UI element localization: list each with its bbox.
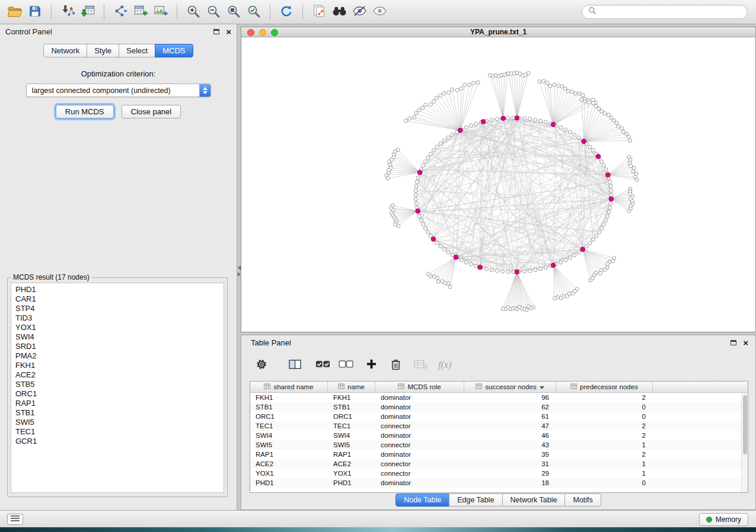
column-header-name[interactable]: name: [328, 382, 375, 392]
first-neighbors-button[interactable]: [329, 3, 349, 21]
cell-role: dominator: [375, 402, 464, 412]
network-window-titlebar[interactable]: YPA_prune.txt_1: [241, 27, 755, 37]
mcds-result-item[interactable]: YOX1: [15, 323, 224, 332]
zoom-out-button[interactable]: [203, 3, 224, 21]
import-network-icon: [60, 4, 75, 20]
export-image-icon: [154, 4, 168, 20]
table-tab-motifs[interactable]: Motifs: [564, 493, 601, 507]
tab-style[interactable]: Style: [87, 44, 119, 57]
add-column-button[interactable]: [364, 357, 379, 373]
zoom-in-icon: [186, 4, 200, 20]
column-header-role[interactable]: MCDS role: [375, 382, 464, 392]
mcds-result-item[interactable]: GCR1: [15, 437, 224, 446]
float-panel-icon[interactable]: [213, 29, 219, 34]
cell-role: dominator: [375, 478, 464, 488]
mcds-result-item[interactable]: SWI4: [15, 332, 224, 342]
export-image-button[interactable]: [151, 3, 171, 21]
close-mcds-panel-button[interactable]: Close panel: [122, 105, 181, 118]
column-grid-icon: [338, 383, 344, 390]
table-row[interactable]: SWI5SWI5connector431: [250, 440, 741, 450]
mcds-result-item[interactable]: CAR1: [15, 294, 224, 304]
table-row[interactable]: YOX1YOX1connector291: [250, 469, 741, 478]
table-row[interactable]: ORC1ORC1dominator610: [250, 412, 741, 421]
column-header-successors[interactable]: successor nodes: [464, 382, 556, 392]
memory-button[interactable]: Memory: [699, 513, 748, 526]
collapse-left-icon: [238, 265, 241, 270]
zoom-fit-button[interactable]: [224, 3, 244, 21]
column-header-label: shared name: [273, 383, 313, 390]
mcds-result-item[interactable]: STP4: [15, 304, 224, 313]
window-minimize-icon[interactable]: [259, 29, 266, 36]
tab-mcds[interactable]: MCDS: [155, 44, 193, 57]
clone-document-icon: [312, 4, 326, 20]
toolbar-separator: [302, 4, 303, 20]
table-row[interactable]: ACE2ACE2connector311: [250, 459, 741, 469]
table-settings-button[interactable]: [253, 356, 270, 374]
mcds-result-item[interactable]: SRD1: [15, 342, 224, 351]
import-table-button[interactable]: [78, 3, 98, 21]
search-input[interactable]: [600, 7, 741, 17]
close-table-panel-icon[interactable]: ×: [743, 338, 748, 347]
float-table-panel-icon[interactable]: [731, 340, 736, 345]
cell-name: ACE2: [328, 459, 375, 469]
tab-select[interactable]: Select: [119, 44, 155, 57]
close-panel-icon[interactable]: ×: [226, 27, 231, 36]
mcds-result-item[interactable]: TEC1: [15, 427, 224, 437]
select-all-button[interactable]: [313, 357, 333, 373]
window-close-icon[interactable]: [247, 29, 254, 36]
clone-network-button[interactable]: [309, 3, 329, 21]
table-tab-edge-table[interactable]: Edge Table: [449, 493, 502, 507]
mcds-result-item[interactable]: TID3: [15, 313, 224, 323]
cell-predecessors: 1: [556, 459, 653, 469]
show-all-button[interactable]: [369, 3, 390, 21]
mcds-result-item[interactable]: FKH1: [15, 361, 224, 370]
column-header-label: predecessor nodes: [580, 383, 638, 390]
cell-shared_name: RAP1: [250, 450, 328, 459]
table-row[interactable]: STB1STB1dominator620: [250, 402, 741, 412]
window-zoom-icon[interactable]: [271, 29, 278, 36]
delete-column-button[interactable]: [388, 356, 403, 374]
export-network-button[interactable]: [110, 3, 130, 21]
tab-network[interactable]: Network: [43, 44, 87, 57]
hide-selected-button[interactable]: [349, 3, 369, 21]
cell-predecessors: 2: [556, 450, 653, 459]
save-button[interactable]: [25, 3, 45, 21]
mcds-result-item[interactable]: ACE2: [15, 370, 224, 380]
mcds-result-item[interactable]: PMA2: [15, 351, 224, 361]
refresh-button[interactable]: [276, 3, 296, 21]
table-scrollbar-thumb[interactable]: [743, 395, 747, 454]
mcds-result-item[interactable]: ORC1: [15, 389, 224, 399]
export-table-button[interactable]: [130, 3, 151, 21]
zoom-in-button[interactable]: [183, 3, 203, 21]
table-row[interactable]: TEC1TEC1connector472: [250, 421, 741, 431]
mcds-result-item[interactable]: STB1: [15, 408, 224, 418]
table-row[interactable]: RAP1RAP1dominator352: [250, 450, 741, 459]
import-network-button[interactable]: [58, 3, 78, 21]
run-mcds-button[interactable]: Run MCDS: [56, 105, 114, 118]
deselect-all-button[interactable]: [336, 357, 356, 373]
search-box[interactable]: [582, 5, 748, 19]
network-canvas[interactable]: [241, 37, 755, 332]
mcds-result-item[interactable]: SWI5: [15, 418, 224, 427]
network-graph[interactable]: [241, 37, 755, 332]
table-tab-node-table[interactable]: Node Table: [395, 493, 449, 507]
mcds-result-item[interactable]: RAP1: [15, 399, 224, 408]
criterion-dropdown[interactable]: largest connected component (undirected): [26, 84, 211, 97]
mcds-result-item[interactable]: PHD1: [15, 285, 224, 294]
column-header-shared_name[interactable]: shared name: [250, 382, 328, 392]
memory-button-label: Memory: [716, 515, 741, 524]
eye-icon: [372, 4, 387, 20]
show-columns-button[interactable]: [286, 357, 304, 374]
zoom-selected-button[interactable]: [244, 3, 264, 21]
table-tab-network-table[interactable]: Network Table: [502, 493, 566, 507]
table-scrollbar[interactable]: [741, 393, 748, 492]
column-header-predecessors[interactable]: predecessor nodes: [556, 382, 653, 392]
mcds-result-item[interactable]: STB5: [15, 380, 224, 389]
table-row[interactable]: SWI4SWI4dominator462: [250, 431, 741, 440]
cell-role: connector: [375, 440, 464, 450]
table-row[interactable]: FKH1FKH1dominator962: [250, 393, 741, 402]
table-row[interactable]: PHD1PHD1dominator180: [250, 478, 741, 488]
open-file-button[interactable]: [5, 3, 25, 21]
cell-shared_name: ORC1: [250, 412, 328, 421]
panel-menu-button[interactable]: [7, 514, 23, 525]
